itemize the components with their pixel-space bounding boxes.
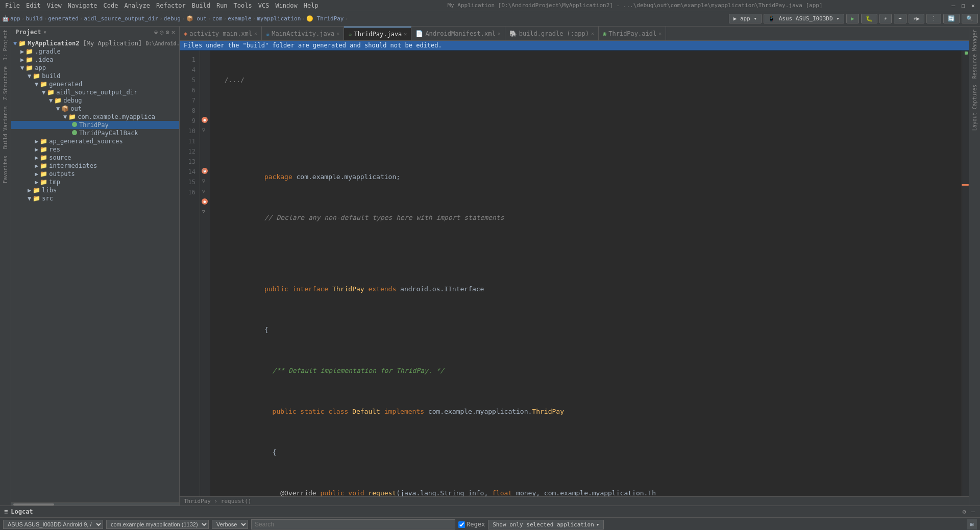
tool-build-variants[interactable]: Build Variants <box>2 103 9 152</box>
tree-root[interactable]: ▼ 📁 MyApplication2 [My Application] D:\A… <box>11 39 179 47</box>
breadcrumb-app[interactable]: app <box>10 15 20 22</box>
tool-layout-captures[interactable]: Layout Captures <box>971 82 978 134</box>
breadcrumb-build[interactable]: build <box>26 15 43 22</box>
logcat-settings-button[interactable]: ⚙ <box>962 507 967 516</box>
fold-12[interactable]: ▽ <box>202 168 205 173</box>
tree-item-generated[interactable]: ▼ 📁 generated <box>11 80 179 88</box>
tab-mainactivity[interactable]: ☕ MainActivity.java ✕ <box>262 27 344 41</box>
breadcrumb-thridpay-item[interactable]: ThridPay › request() <box>184 498 251 504</box>
coverage-button[interactable]: ☂ <box>894 14 906 23</box>
tab-thridpayaidl-close[interactable]: ✕ <box>658 31 662 36</box>
app-config-button[interactable]: ▶ app ▾ <box>729 14 762 23</box>
fold-14[interactable]: ▽ <box>202 188 205 194</box>
breadcrumb-out[interactable]: 📦 out <box>186 15 207 22</box>
tree-item-res[interactable]: ▶ 📁 res <box>11 145 179 154</box>
tree-item-outputs[interactable]: ▶ 📁 outputs <box>11 170 179 178</box>
breadcrumb-debug[interactable]: debug <box>164 15 181 22</box>
logcat-layout-button[interactable]: ⊞ <box>967 519 977 529</box>
tab-activity-main[interactable]: ◈ activity_main.xml ✕ <box>180 27 262 41</box>
logcat-minimize-button[interactable]: — <box>970 507 976 516</box>
level-selector[interactable]: Verbose <box>212 520 248 529</box>
menu-navigate[interactable]: Navigate <box>65 2 101 9</box>
tree-item-apgen[interactable]: ▶ 📁 ap_generated_sources <box>11 137 179 145</box>
menu-tools[interactable]: Tools <box>231 2 255 9</box>
device-selector-logcat[interactable]: ASUS ASUS_I003DD Android 9, / <box>3 520 103 529</box>
tree-item-intermediates[interactable]: ▶ 📁 intermediates <box>11 162 179 170</box>
tree-item-source[interactable]: ▶ 📁 source <box>11 154 179 162</box>
collapse-all-button[interactable]: ⊖ <box>154 29 158 36</box>
tab-buildgradle-close[interactable]: ✕ <box>591 31 594 36</box>
tool-resource-manager[interactable]: Resource Manager <box>971 27 978 82</box>
tree-item-package[interactable]: ▼ 📁 com.example.myapplica <box>11 113 179 121</box>
breadcrumb-thridpay[interactable]: 🟡 ThridPay <box>306 15 344 22</box>
locate-file-button[interactable]: ◎ <box>160 29 163 36</box>
gutter-marker-7[interactable]: ● <box>202 117 208 123</box>
panel-view-selector[interactable]: ▾ <box>43 29 47 36</box>
tab-mainactivity-close[interactable]: ✕ <box>336 31 339 36</box>
tab-activity-main-close[interactable]: ✕ <box>254 31 257 36</box>
tree-item-idea[interactable]: ▶ 📁 .idea <box>11 56 179 64</box>
apply-changes-button[interactable]: ⚡▶ <box>909 14 924 23</box>
window-minimize[interactable]: — <box>948 2 958 9</box>
code-content[interactable]: /.../ package com.example.myapplication;… <box>210 51 962 496</box>
menu-code[interactable]: Code <box>101 2 121 9</box>
breadcrumb-com[interactable]: com <box>212 15 223 22</box>
breadcrumb-myapp[interactable]: myapplication <box>257 15 301 22</box>
debug-button[interactable]: 🐛 <box>861 14 877 23</box>
tree-item-debug[interactable]: ▼ 📁 debug <box>11 96 179 105</box>
panel-scrollbar[interactable] <box>11 502 179 506</box>
menu-run[interactable]: Run <box>213 2 231 9</box>
breadcrumb-example[interactable]: example <box>228 15 251 22</box>
editor-scrollbar[interactable] <box>962 51 969 496</box>
panel-settings-button[interactable]: ⚙ <box>166 29 169 36</box>
tab-buildgradle[interactable]: 🐘 build.gradle (:app) ✕ <box>505 27 599 41</box>
regex-checkbox-label[interactable]: Regex <box>458 521 485 528</box>
tree-item-build[interactable]: ▼ 📁 build <box>11 72 179 80</box>
tree-item-app[interactable]: ▼ 📁 app <box>11 64 179 72</box>
tab-thridpayaidl[interactable]: ◉ ThridPay.aidl ✕ <box>599 27 666 41</box>
tab-thridpay-close[interactable]: ✕ <box>404 31 407 37</box>
menu-help[interactable]: Help <box>301 2 322 9</box>
package-selector[interactable]: com.example.myapplication (1132) <box>106 520 209 529</box>
tool-project[interactable]: 1: Project <box>2 27 9 63</box>
tree-item-thridpay[interactable]: ThridPay <box>11 121 179 129</box>
fold-16[interactable]: ▽ <box>202 209 205 214</box>
tree-item-libs[interactable]: ▶ 📁 libs <box>11 186 179 194</box>
menu-vcs[interactable]: VCS <box>255 2 273 9</box>
profile-button[interactable]: ⚡ <box>879 14 892 23</box>
window-maximize[interactable]: ❐ <box>959 2 968 9</box>
tree-item-out[interactable]: ▼ 📦 out <box>11 105 179 113</box>
menu-file[interactable]: File <box>2 2 23 9</box>
show-only-selected-dropdown[interactable]: Show only selected application ▾ <box>488 520 604 529</box>
menu-edit[interactable]: Edit <box>23 2 44 9</box>
menu-analyze[interactable]: Analyze <box>121 2 153 9</box>
breadcrumb-aidl[interactable]: aidl_source_output_dir <box>84 15 158 22</box>
regex-checkbox[interactable] <box>458 521 465 528</box>
tab-thridpay[interactable]: ☕ ThridPay.java ✕ <box>344 27 411 41</box>
tree-item-gradle[interactable]: ▶ 📁 .gradle <box>11 47 179 56</box>
tree-item-thridpaycallback[interactable]: ThridPayCallBack <box>11 129 179 137</box>
sync-button[interactable]: 🔄 <box>943 14 960 23</box>
breadcrumb-generated[interactable]: generated <box>48 15 79 22</box>
gutter-marker-15[interactable]: ● <box>202 198 208 205</box>
search-everywhere[interactable]: 🔍 <box>962 14 978 23</box>
tool-favorites[interactable]: Favorites <box>2 153 9 186</box>
tool-structure[interactable]: Z-Structure <box>2 63 9 103</box>
window-close[interactable]: ✕ <box>968 2 978 9</box>
more-run-options[interactable]: ⋮ <box>926 14 941 23</box>
device-selector[interactable]: 📱 Asus ASUS_I003DD ▾ <box>764 14 844 23</box>
menu-view[interactable]: View <box>44 2 65 9</box>
panel-close-button[interactable]: ✕ <box>172 29 175 36</box>
tree-item-aidl-dir[interactable]: ▼ 📁 aidl_source_output_dir <box>11 88 179 96</box>
fold-13[interactable]: ▽ <box>202 178 205 184</box>
menu-refactor[interactable]: Refactor <box>153 2 189 9</box>
logcat-search-input[interactable] <box>251 519 455 529</box>
tab-androidmanifest[interactable]: 📄 AndroidManifest.xml ✕ <box>411 27 505 41</box>
tree-item-src[interactable]: ▼ 📁 src <box>11 194 179 203</box>
run-button[interactable]: ▶ <box>846 14 859 23</box>
fold-8[interactable]: ▽ <box>202 127 205 133</box>
tree-item-tmp[interactable]: ▶ 📁 tmp <box>11 178 179 186</box>
menu-build[interactable]: Build <box>189 2 213 9</box>
menu-window[interactable]: Window <box>272 2 300 9</box>
tab-androidmanifest-close[interactable]: ✕ <box>498 31 501 36</box>
